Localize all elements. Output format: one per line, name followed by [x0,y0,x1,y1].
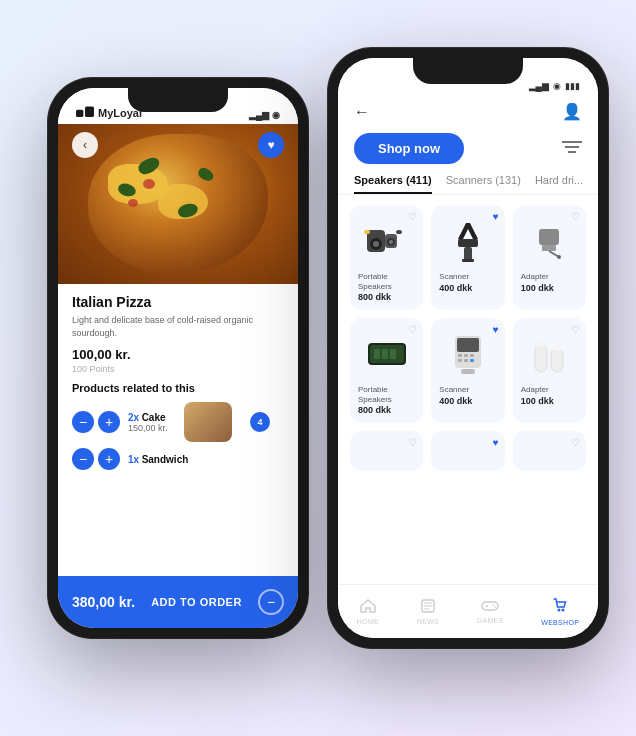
pos-image [439,326,496,381]
product-card-row3-2[interactable]: ♥ [431,431,504,471]
signal-icons: ▂▄▆ ◉ [249,110,280,120]
nav-webshop[interactable]: WEBSHOP [541,598,579,626]
white-cylinders-image [521,326,578,381]
heart-icon-6[interactable]: ♡ [571,324,580,335]
heart-icon-5[interactable]: ♥ [493,324,499,335]
heart-icon-3[interactable]: ♡ [571,211,580,222]
home-label: HOME [357,618,379,625]
item-name-2: Sandwich [142,454,189,465]
news-icon [421,599,435,616]
product-description: Light and delicate base of cold-raised o… [72,314,284,339]
adapter-name-1: Adapter [521,272,578,282]
scanner-name-1: Scanner [439,272,496,282]
battery-icon: ▮▮▮ [565,81,580,91]
heart-icon-8[interactable]: ♥ [493,437,499,448]
nav-home[interactable]: HOME [357,599,379,625]
adapter-name-2: Adapter [521,385,578,395]
svg-rect-31 [464,359,468,362]
adapter-price-1: 100 dkk [521,283,578,293]
product-card-scanner-1[interactable]: ♥ Scanner 400 dkk [431,205,504,310]
heart-icon-1[interactable]: ♡ [408,211,417,222]
heart-icon-4[interactable]: ♡ [408,324,417,335]
news-label: NEWS [417,618,439,625]
tab-speakers[interactable]: Speakers (411) [354,174,432,194]
products-grid: ♡ [350,205,586,471]
product-price: 100,00 kr. [72,347,284,362]
myloyal-logo-icon [76,106,94,120]
hdd-image [358,326,415,381]
scanner-name-2: Scanner [439,385,496,395]
heart-icon-7[interactable]: ♡ [408,437,417,448]
item-info-1: 2x Cake 150,00 kr. [128,412,168,433]
product-card-row3-3[interactable]: ♡ [513,431,586,471]
status-icons: ▂▄▆ ◉ ▮▮▮ [529,81,580,91]
left-content: Italian Pizza Light and delicate base of… [58,284,298,576]
webshop-icon [552,598,568,617]
user-profile-icon[interactable]: 👤 [562,102,582,121]
svg-rect-0 [76,110,83,117]
back-button-right[interactable]: ← [354,103,370,121]
svg-rect-14 [464,247,472,261]
svg-point-10 [389,240,393,244]
category-tabs: Speakers (411) Scanners (131) Hard dri..… [338,174,598,195]
speaker-price-1: 800 dkk [358,292,415,302]
svg-point-37 [551,345,563,351]
notch-left [128,88,228,112]
product-card-row3-1[interactable]: ♡ [350,431,423,471]
svg-point-35 [535,341,547,347]
filter-icon[interactable] [562,139,582,159]
cake-thumbnail [184,402,232,442]
svg-point-47 [558,608,561,611]
back-button-left[interactable]: ‹ [72,132,98,158]
svg-rect-15 [462,259,474,262]
product-card-speaker-2[interactable]: ♡ Portable Speakers 800 dkk [350,318,423,423]
svg-rect-26 [457,338,479,352]
minus-circle-button[interactable]: − [258,589,284,615]
add-order-button[interactable]: ADD TO ORDER [151,596,242,608]
tab-scanners[interactable]: Scanners (131) [446,174,521,194]
svg-rect-29 [470,354,474,357]
minus-button-2[interactable]: − [72,448,94,470]
item-qty-1: 2x [128,412,139,423]
qty-controls-1: − + [72,411,120,433]
shop-now-button[interactable]: Shop now [354,133,464,164]
notch-right [413,58,523,84]
signal-bars: ▂▄▆ [529,81,549,91]
plus-button-2[interactable]: + [98,448,120,470]
nav-games[interactable]: GAMES [477,599,504,624]
heart-icon-9[interactable]: ♡ [571,437,580,448]
svg-rect-28 [464,354,468,357]
products-scroll: ♡ [338,205,598,584]
svg-rect-42 [482,602,498,610]
product-card-speaker-1[interactable]: ♡ [350,205,423,310]
svg-rect-13 [458,239,478,247]
phones-container: MyLoyal ▂▄▆ ◉ [18,18,618,718]
scanner-price-2: 400 dkk [439,396,496,406]
minus-button-1[interactable]: − [72,411,94,433]
item-info-2: 1x Sandwich [128,454,188,465]
svg-rect-34 [535,344,547,372]
svg-point-12 [396,230,402,234]
heart-icon-2[interactable]: ♥ [493,211,499,222]
pizza-illustration [88,134,268,274]
nav-news[interactable]: NEWS [417,599,439,625]
favorite-button[interactable]: ♥ [258,132,284,158]
product-card-adapter-2[interactable]: ♡ Adapter 100 dkk [513,318,586,423]
product-card-scanner-2[interactable]: ♥ [431,318,504,423]
games-label: GAMES [477,617,504,624]
speaker-name-1: Portable Speakers [358,272,415,291]
shop-now-area: Shop now [338,129,598,174]
badge-4: 4 [250,412,270,432]
svg-rect-36 [551,348,563,372]
svg-point-11 [364,230,370,234]
svg-rect-27 [458,354,462,357]
svg-rect-32 [470,359,474,362]
plus-button-1[interactable]: + [98,411,120,433]
product-title: Italian Pizza [72,294,284,310]
product-card-adapter-1[interactable]: ♡ Adapter 100 dkk [513,205,586,310]
adapter-price-2: 100 dkk [521,396,578,406]
speaker-image-1 [358,213,415,268]
svg-rect-33 [461,369,475,374]
item-qty-2: 1x [128,454,139,465]
tab-harddrives[interactable]: Hard dri... [535,174,583,194]
